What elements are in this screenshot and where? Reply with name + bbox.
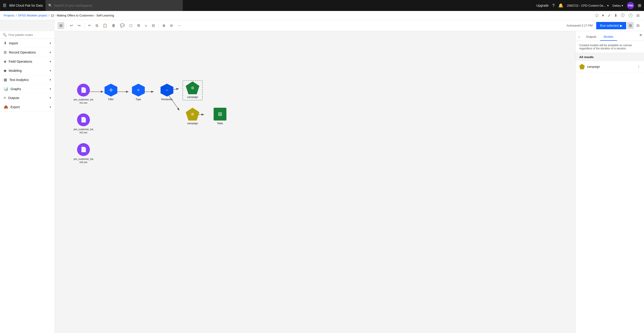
node-campaign-gold[interactable]: ⚙ campaign (184, 108, 202, 125)
undo-btn[interactable]: ↩ (68, 22, 75, 29)
breadcrumb-actions: ⬡ ▾ ⤢ ⬇ ⓘ 🕐 ⊟ (594, 12, 640, 19)
sidebar-item-import[interactable]: ⬇ Import ▾ (0, 39, 55, 48)
settings-btn[interactable]: ⚙ (135, 22, 142, 29)
node-csv1[interactable]: 📄 pm_customer_train1.csv (73, 84, 94, 104)
hamburger-icon[interactable]: ☰ (3, 3, 6, 8)
export-icon: 📤 (4, 105, 8, 109)
sidebar-item-text-analytics-label: Text Analytics (10, 78, 29, 82)
node-panel-btn[interactable]: ⊟ (150, 22, 157, 29)
notifications-icon[interactable]: 🔔 (558, 3, 563, 8)
breadcrumb-expand-icon[interactable]: ⤢ (607, 12, 612, 18)
breadcrumb-sep1: / (16, 14, 17, 17)
location-chevron-icon: ▾ (622, 4, 623, 7)
sidebar-item-record-ops-label: Record Operations (9, 50, 36, 54)
sidebar-item-record-operations[interactable]: ⊞ Record Operations ▾ (0, 48, 55, 57)
link-btn[interactable]: ⬡ (128, 22, 134, 29)
breadcrumb-history-icon[interactable]: 🕐 (627, 12, 634, 18)
run-selected-button[interactable]: Run selected ▶ (596, 22, 626, 29)
breadcrumb-spss[interactable]: SPSS Modeler project (18, 14, 47, 17)
top-nav: ☰ IBM Cloud Pak for Data 🔍 Upgrade ? 🔔 2… (0, 0, 644, 11)
copy-btn[interactable]: ⧉ (94, 22, 100, 29)
upgrade-link[interactable]: Upgrade (536, 4, 549, 7)
account-chevron-icon: ▾ (607, 4, 609, 7)
brand-name: IBM Cloud Pak for Data (9, 4, 43, 7)
filler-label: Filler (108, 98, 114, 101)
right-panel-close-btn[interactable]: ✕ (639, 33, 642, 37)
breadcrumb-info-icon[interactable]: ⓘ (620, 12, 626, 19)
table-shape: ⊞ (214, 108, 226, 120)
reclassify-shape: ↔ (160, 84, 173, 96)
zoom-in-btn[interactable]: ⊕ (160, 22, 167, 29)
result-campaign-icon (579, 64, 585, 69)
code-btn[interactable]: ‹› (143, 22, 149, 29)
outputs-icon: ≡ (4, 96, 6, 100)
zoom-out-btn[interactable]: ⊖ (168, 22, 175, 29)
breadcrumb-split-icon[interactable]: ⊟ (636, 12, 640, 18)
campaign-gold-shape: ⚙ (186, 108, 200, 120)
campaign-gold-label: campaign (187, 122, 198, 125)
tab-models[interactable]: Models (600, 33, 617, 41)
sidebar-item-field-operations[interactable]: ◈ Field Operations ▾ (0, 57, 55, 66)
account-selector[interactable]: 2560722 - CPD Content De... ▾ (567, 4, 609, 7)
user-avatar[interactable]: PW (627, 2, 634, 9)
sidebar-search-input[interactable] (8, 33, 52, 36)
delete-btn[interactable]: 🗑 (110, 22, 117, 29)
node-campaign-selected[interactable]: ⚙ campaign (184, 82, 202, 98)
breadcrumb: Projects / SPSS Modeler project / 12 - M… (4, 14, 114, 17)
outputs-chevron-icon: ▾ (50, 96, 51, 100)
autosaved-status: Autosaved 2:17 PM (567, 24, 592, 27)
more-btn[interactable]: ⋯ (176, 22, 183, 29)
panel-back-btn[interactable]: ‹ (576, 33, 582, 41)
list-view-btn[interactable]: ⊟ (634, 22, 641, 29)
field-ops-chevron-icon: ▾ (50, 60, 51, 63)
breadcrumb-chevron[interactable]: ▾ (601, 12, 605, 18)
table-label: Table (217, 122, 223, 125)
tab-outputs[interactable]: Outputs (582, 33, 600, 41)
grid-view-btn[interactable]: ⊞ (627, 22, 634, 29)
apps-icon[interactable]: ⊞ (638, 3, 641, 8)
result-campaign-menu-icon[interactable]: ⋮ (637, 65, 640, 68)
sidebar-item-outputs[interactable]: ≡ Outputs ▾ (0, 94, 55, 102)
node-filler[interactable]: ✛ Filler (102, 84, 120, 101)
csv3-label: pm_customer_train3.csv (74, 157, 93, 164)
sidebar-item-import-label: Import (9, 42, 18, 45)
node-csv2[interactable]: 📄 pm_customer_train2.csv (73, 114, 94, 134)
csv1-shape: 📄 (77, 84, 90, 96)
breadcrumb-download-icon[interactable]: ⬇ (613, 12, 618, 18)
panel-header-row: ‹ Outputs Models (576, 31, 644, 41)
comment-btn[interactable]: 💬 (118, 22, 126, 29)
all-results-header: All results (576, 53, 644, 61)
sidebar-item-graphs[interactable]: 📊 Graphs ▾ (0, 84, 55, 94)
node-table[interactable]: ⊞ Table (211, 108, 229, 125)
canvas-area[interactable]: 📄 pm_customer_train1.csv ✛ Filler ≡ Type… (55, 31, 576, 333)
location-selector[interactable]: Dallas ▾ (612, 4, 623, 7)
csv2-label: pm_customer_train2.csv (74, 128, 93, 134)
breadcrumb-action-1[interactable]: ⬡ (594, 12, 600, 18)
breadcrumb-projects[interactable]: Projects (4, 14, 14, 17)
redo-btn[interactable]: ↪ (76, 22, 82, 29)
sidebar-item-text-analytics[interactable]: ▦ Text Analytics ▾ (0, 75, 55, 84)
palette-toggle-btn[interactable]: ⊞ (58, 22, 64, 29)
modeling-chevron-icon: ▾ (50, 69, 51, 72)
paste-btn[interactable]: 📋 (101, 22, 109, 29)
sidebar-item-export-label: Export (10, 105, 20, 109)
node-reclassify[interactable]: ↔ Reclassify (157, 84, 177, 101)
search-bar[interactable]: 🔍 (46, 0, 183, 11)
breadcrumb-current: 12 - Making Offers to Customers - Self-L… (51, 14, 114, 17)
node-csv3[interactable]: 📄 pm_customer_train3.csv (73, 143, 94, 164)
panel-info-text: Created models will be available on canv… (576, 41, 644, 53)
right-panel: ✕ ‹ Outputs Models Created models will b… (576, 31, 644, 333)
account-name: 2560722 - CPD Content De... (567, 4, 606, 7)
sidebar-item-modeling-label: Modeling (9, 69, 22, 72)
sidebar-item-modeling[interactable]: ◆ Modeling ▾ (0, 66, 55, 75)
nav-actions: Upgrade ? 🔔 2560722 - CPD Content De... … (536, 2, 641, 9)
result-item-campaign[interactable]: campaign ⋮ (576, 61, 644, 72)
toolbar-sep1 (66, 23, 66, 28)
help-icon[interactable]: ? (552, 3, 554, 8)
node-type[interactable]: ≡ Type (129, 84, 148, 101)
sidebar-item-export[interactable]: 📤 Export ▾ (0, 102, 55, 112)
panel-tabs: ‹ Outputs Models (576, 31, 644, 41)
import-icon: ⬇ (4, 41, 7, 45)
search-input[interactable] (54, 4, 180, 7)
cut-btn[interactable]: ✂ (86, 22, 93, 29)
